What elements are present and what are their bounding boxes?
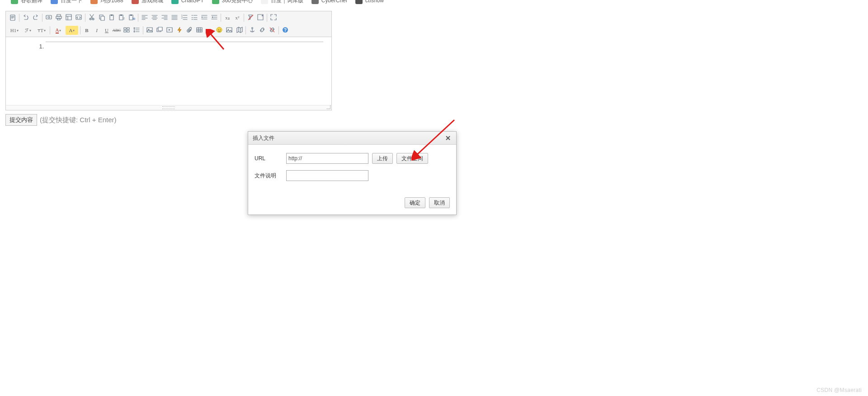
table-icon (196, 26, 203, 34)
svg-point-23 (192, 17, 193, 18)
outdent-button[interactable] (210, 13, 219, 22)
dialog-close-button[interactable] (444, 134, 452, 142)
svg-rect-18 (130, 14, 132, 16)
bold-button[interactable]: B (82, 26, 91, 35)
editor-toolbar: TW12x₂x² H1▾ℱ▾ᴛT▾A▾A▾BIUABC? (6, 11, 331, 37)
italic-button[interactable]: I (92, 26, 101, 35)
svg-point-36 (217, 27, 222, 33)
superscript-button[interactable]: x² (233, 13, 242, 22)
svg-rect-33 (158, 27, 162, 31)
paste-word-button[interactable]: W (127, 13, 136, 22)
about-button[interactable]: ? (281, 26, 290, 35)
svg-point-38 (220, 29, 221, 30)
image-icon (146, 26, 153, 34)
file-desc-input[interactable] (286, 170, 368, 181)
table-button[interactable] (195, 26, 204, 35)
bookmark-item[interactable]: 玛莎1088 (90, 0, 123, 5)
cancel-button[interactable]: 取消 (429, 197, 450, 208)
undo-button[interactable] (21, 13, 30, 22)
flash-button[interactable] (175, 26, 184, 35)
svg-point-31 (148, 29, 150, 30)
align-left-button[interactable] (140, 13, 149, 22)
paste-text-button[interactable]: T (117, 13, 126, 22)
svg-point-9 (92, 18, 94, 20)
editor-resize-handle[interactable] (6, 105, 331, 110)
select-all-button[interactable] (256, 13, 265, 22)
svg-rect-3 (57, 14, 61, 16)
paste-button[interactable] (107, 13, 116, 22)
svg-rect-17 (129, 15, 133, 20)
attachment-button[interactable] (185, 26, 194, 35)
bookmark-label: 百度一下 (61, 0, 82, 5)
svg-rect-0 (10, 15, 15, 20)
multi-image-button[interactable] (155, 26, 164, 35)
back-color-button[interactable]: A▾ (66, 26, 78, 35)
link-button[interactable] (258, 26, 267, 35)
heading-button[interactable]: H1▾ (8, 26, 21, 35)
code-button[interactable] (74, 13, 83, 22)
bookmark-item[interactable]: CyberChef (311, 0, 347, 4)
bookmark-item[interactable]: 百度一下 (51, 0, 82, 5)
underline-button[interactable]: U (102, 26, 111, 35)
font-size-button[interactable]: ᴛT▾ (35, 26, 48, 35)
preview-button[interactable] (44, 13, 53, 22)
print-button[interactable] (54, 13, 63, 22)
bookmark-label: CyberChef (321, 0, 347, 4)
editor-content[interactable] (6, 37, 331, 105)
url-input[interactable] (286, 153, 368, 164)
image-button[interactable] (145, 26, 154, 35)
fullscreen-button[interactable] (269, 13, 278, 22)
svg-rect-28 (124, 30, 126, 32)
bookmark-item[interactable]: 百度｜词库版 (261, 0, 303, 5)
template-button[interactable] (64, 13, 73, 22)
media-button[interactable] (165, 26, 174, 35)
svg-point-42 (283, 27, 288, 33)
list-ul-icon (191, 14, 198, 22)
ok-button[interactable]: 确定 (405, 197, 425, 208)
paste-word-icon: W (128, 14, 135, 22)
bookmark-label: ChatGPT (181, 0, 204, 4)
editor-resize-corner[interactable] (326, 105, 330, 109)
submit-button[interactable]: 提交内容 (5, 114, 37, 126)
upload-button[interactable]: 上传 (372, 153, 393, 164)
line-height-button[interactable] (132, 26, 141, 35)
italic-icon: I (96, 28, 98, 33)
file-space-button[interactable]: 文件空间 (396, 153, 428, 164)
copy-button[interactable] (97, 13, 106, 22)
bookmark-item[interactable]: ctfshow (355, 0, 384, 4)
clear-format-button[interactable] (246, 13, 255, 22)
list-ol-button[interactable]: 12 (180, 13, 189, 22)
bookmark-item[interactable]: 谷歌翻译 (11, 0, 42, 5)
list-ul-button[interactable] (190, 13, 199, 22)
svg-text:T: T (123, 17, 125, 20)
svg-rect-30 (147, 28, 152, 32)
hr-button[interactable] (205, 26, 214, 35)
font-color-button[interactable]: A▾ (52, 26, 65, 35)
emoji-button[interactable] (215, 26, 224, 35)
indent-button[interactable] (200, 13, 209, 22)
cut-button[interactable] (87, 13, 96, 22)
svg-point-8 (90, 18, 91, 20)
bookmark-item[interactable]: 360免费中心 (212, 0, 253, 5)
map-button[interactable] (235, 26, 244, 35)
unlink-button[interactable] (268, 26, 277, 35)
bookmark-item[interactable]: ChatGPT (171, 0, 204, 4)
underline-icon: U (105, 28, 108, 33)
align-center-button[interactable] (150, 13, 159, 22)
list-item[interactable] (46, 42, 323, 50)
bookmark-item[interactable]: 游戏商城 (132, 0, 163, 5)
font-family-button[interactable]: ℱ▾ (22, 26, 34, 35)
special-char-button[interactable] (225, 26, 234, 35)
dialog-titlebar[interactable]: 插入文件 (248, 132, 456, 145)
svg-text:2: 2 (181, 16, 183, 19)
anchor-button[interactable] (248, 26, 257, 35)
align-justify-button[interactable] (170, 13, 179, 22)
grid-layout-button[interactable] (122, 26, 131, 35)
subscript-button[interactable]: x₂ (223, 13, 232, 22)
align-right-button[interactable] (160, 13, 169, 22)
special-char-icon (226, 26, 233, 34)
source-button[interactable] (8, 13, 17, 22)
strike-button[interactable]: ABC (112, 26, 121, 35)
paste-text-icon: T (118, 14, 125, 22)
redo-button[interactable] (31, 13, 40, 22)
